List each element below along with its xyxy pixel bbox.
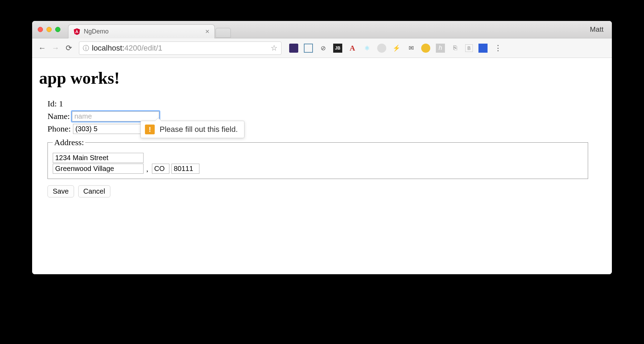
city-input[interactable] [53,164,144,174]
edit-form: Id: 1 Name: Phone: Address: , [39,97,605,179]
extension-row: ⊘ JB A ⚛ ⚡ ✉ h ⎘ B [289,44,488,53]
extension-icon[interactable] [421,44,430,53]
close-window-button[interactable] [38,27,43,32]
id-label: Id: [47,97,57,110]
extension-icon[interactable]: ⊘ [319,44,328,53]
extension-icon[interactable]: ✉ [407,44,416,53]
comma-separator: , [146,164,148,173]
cancel-button[interactable]: Cancel [78,185,110,197]
button-row: Save Cancel [39,185,605,197]
extension-icon[interactable]: B [465,44,473,52]
back-button[interactable]: ← [37,44,47,53]
id-row: Id: 1 [47,97,605,110]
name-row: Name: [47,110,605,122]
bookmark-star-icon[interactable]: ☆ [271,44,278,53]
id-value: 1 [59,97,63,110]
extension-icon[interactable]: h [436,44,445,53]
new-tab-button[interactable] [215,28,231,38]
angular-favicon-icon [73,28,80,35]
url-text: localhost:4200/edit/1 [92,44,162,53]
state-input[interactable] [152,164,169,174]
extension-icon[interactable] [289,44,298,53]
browser-window: NgDemo ✕ Matt ← → ⟳ ⓘ localhost:4200/edi… [32,21,612,274]
save-button[interactable]: Save [47,185,74,197]
warning-icon: ! [145,125,155,134]
address-legend: Address: [53,138,85,147]
address-bar[interactable]: ⓘ localhost:4200/edit/1 ☆ [79,42,281,55]
phone-label: Phone: [47,122,71,135]
extension-icon[interactable]: JB [333,44,342,53]
window-controls [38,27,60,32]
extension-icon[interactable]: A [348,44,357,53]
close-tab-icon[interactable]: ✕ [205,28,210,35]
phone-row: Phone: [47,122,605,135]
browser-tab[interactable]: NgDemo ✕ [68,24,215,38]
validation-message: Please fill out this field. [160,125,238,134]
tab-title: NgDemo [84,28,202,35]
site-info-icon[interactable]: ⓘ [83,44,89,52]
page-heading: app works! [39,68,605,88]
extension-icon[interactable] [377,44,386,53]
minimize-window-button[interactable] [46,27,52,32]
validation-tooltip: ! Please fill out this field. [140,121,244,138]
titlebar: NgDemo ✕ Matt [32,21,612,38]
reload-button[interactable]: ⟳ [64,44,74,53]
forward-button: → [50,44,61,53]
name-input[interactable] [72,111,159,121]
extension-icon[interactable] [478,44,488,53]
address-fieldset: Address: , [47,138,588,179]
browser-menu-icon[interactable]: ⋮ [494,44,502,53]
extension-icon[interactable]: ⚛ [363,44,372,53]
maximize-window-button[interactable] [55,27,60,32]
extension-icon[interactable]: ⚡ [392,44,401,53]
browser-toolbar: ← → ⟳ ⓘ localhost:4200/edit/1 ☆ ⊘ JB A ⚛… [32,38,612,58]
profile-name[interactable]: Matt [590,25,606,33]
zip-input[interactable] [171,164,199,174]
extension-icon[interactable]: ⎘ [451,44,460,53]
street-input[interactable] [53,153,144,163]
page-content: app works! Id: 1 Name: Phone: Address: [32,58,612,274]
name-label: Name: [47,110,70,122]
extension-icon[interactable] [304,44,313,53]
